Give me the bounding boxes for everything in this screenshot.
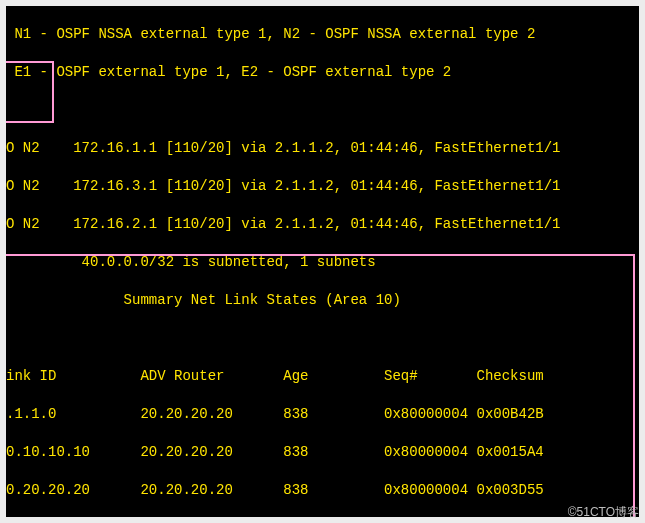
blank-line <box>6 329 639 348</box>
route-entry: O N2 172.16.3.1 [110/20] via 2.1.1.2, 01… <box>6 177 639 196</box>
table-row: .1.1.0 20.20.20.20 838 0x80000004 0x00B4… <box>6 405 639 424</box>
legend-line: E1 - OSPF external type 1, E2 - OSPF ext… <box>6 63 639 82</box>
table-row: 0.10.10.10 20.20.20.20 838 0x80000004 0x… <box>6 443 639 462</box>
subnet-line: 40.0.0.0/32 is subnetted, 1 subnets <box>6 253 639 272</box>
route-entry: O N2 172.16.2.1 [110/20] via 2.1.1.2, 01… <box>6 215 639 234</box>
table-header: ink ID ADV Router Age Seq# Checksum <box>6 367 639 386</box>
blank-line <box>6 101 639 120</box>
route-entry: O N2 172.16.1.1 [110/20] via 2.1.1.2, 01… <box>6 139 639 158</box>
terminal-output: N1 - OSPF NSSA external type 1, N2 - OSP… <box>6 6 639 517</box>
legend-line: N1 - OSPF NSSA external type 1, N2 - OSP… <box>6 25 639 44</box>
section-title: Summary Net Link States (Area 10) <box>6 291 639 310</box>
screenshot-frame: N1 - OSPF NSSA external type 1, N2 - OSP… <box>0 0 645 523</box>
table-row: 0.20.20.20 20.20.20.20 838 0x80000004 0x… <box>6 481 639 500</box>
